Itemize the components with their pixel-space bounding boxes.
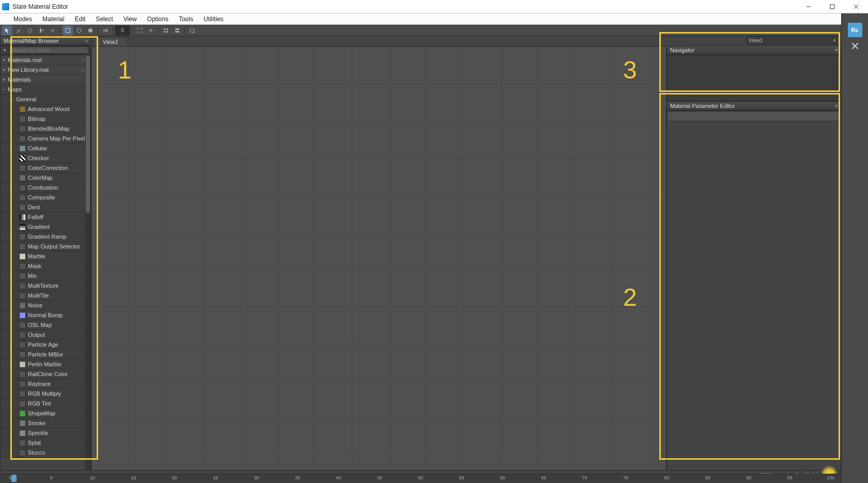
menu-options[interactable]: Options	[142, 13, 174, 24]
timeline-ruler[interactable]: 0510152025303540455055606570758085909510…	[0, 474, 841, 483]
panel-menu-icon[interactable]: ▼	[834, 48, 839, 53]
tree-row[interactable]: Advanced Wood	[1, 104, 90, 114]
pick-tool-icon[interactable]	[13, 25, 24, 36]
panel-close-icon[interactable]: ×	[83, 38, 90, 44]
tree-row[interactable]: Noise	[1, 301, 90, 310]
ruler-tick: 35	[295, 475, 300, 480]
menu-select[interactable]: Select	[90, 13, 118, 24]
browser-header[interactable]: Material/Map Browser ×	[0, 36, 91, 45]
menu-modes[interactable]: Modes	[8, 13, 37, 24]
delete-tool-icon[interactable]	[48, 25, 58, 36]
minimize-button[interactable]	[797, 0, 820, 13]
grid-a-icon[interactable]	[161, 25, 171, 36]
ruler-tick: 60	[500, 475, 505, 480]
navigator-header[interactable]: Navigator ▼	[667, 45, 841, 55]
tree-row[interactable]: Falloff	[1, 212, 90, 222]
tree-row[interactable]: RailClone Color	[1, 369, 90, 379]
map-swatch-icon	[19, 292, 26, 299]
tree-row[interactable]: Gradient	[1, 222, 90, 232]
map-swatch-icon	[19, 214, 26, 221]
tree-row[interactable]: +Materials.matLIB	[1, 55, 90, 65]
menu-view[interactable]: View	[118, 13, 142, 24]
tree-row[interactable]: +New Library.matLIB	[1, 65, 90, 75]
tree-row[interactable]: Splat	[1, 438, 90, 448]
map-swatch-icon	[19, 253, 26, 260]
view-tab-strip: View1	[91, 36, 667, 46]
tree-row[interactable]: +Materials	[1, 75, 90, 85]
layout-all-icon[interactable]	[100, 25, 111, 36]
tree-row[interactable]: Normal Bump	[1, 310, 90, 320]
move-children-icon[interactable]	[63, 25, 73, 36]
tree-row[interactable]: Gradient Ramp	[1, 232, 90, 242]
view-tab[interactable]: View1	[93, 37, 128, 46]
panel-menu-icon[interactable]: ▼	[834, 104, 839, 108]
show-preview-icon[interactable]	[85, 25, 96, 36]
scrollbar-thumb[interactable]	[86, 55, 90, 213]
tree-row[interactable]: Marble	[1, 252, 90, 261]
scrollbar[interactable]	[85, 55, 90, 470]
tree-row[interactable]: ShapeMap	[1, 409, 90, 418]
tree-row[interactable]: RGB Tint	[1, 399, 90, 409]
menu-tools[interactable]: Tools	[174, 13, 198, 24]
rc-badge-icon[interactable]: Rc	[848, 23, 862, 37]
assign-tool-icon[interactable]	[25, 25, 35, 36]
tree-row[interactable]: MultiTile	[1, 291, 90, 301]
zoom-extents-icon[interactable]	[134, 25, 145, 36]
tree-row[interactable]: Composite	[1, 193, 90, 202]
parameter-editor-body[interactable]	[667, 111, 841, 471]
ruler-tick: 45	[377, 475, 382, 480]
tree-row[interactable]: Mix	[1, 271, 90, 281]
tree-row[interactable]: Particle Age	[1, 340, 90, 350]
tree-row[interactable]: ColorMap	[1, 173, 90, 183]
tree-row[interactable]: Mask	[1, 261, 90, 271]
tree-row[interactable]: RGB Multiply	[1, 389, 90, 399]
map-swatch-icon	[19, 430, 26, 437]
tree-row[interactable]: Raytrace	[1, 379, 90, 389]
time-marker[interactable]	[11, 475, 17, 482]
menu-utilities[interactable]: Utilities	[198, 13, 229, 24]
tree-row[interactable]: Dent	[1, 202, 90, 212]
tree-row[interactable]: Output	[1, 330, 90, 340]
tree-row[interactable]: Perlin Marble	[1, 360, 90, 369]
tree-row[interactable]: Speckle	[1, 428, 90, 438]
close-button[interactable]	[844, 0, 868, 13]
apply-tool-icon[interactable]	[36, 25, 47, 36]
pointer-tool-icon[interactable]	[2, 25, 12, 36]
sample-count[interactable]: 0	[115, 26, 130, 35]
tree-row[interactable]: Particle MBlur	[1, 350, 90, 360]
tree-row[interactable]: Camera Map Per Pixel	[1, 134, 90, 144]
tree-row[interactable]: MultiTexture	[1, 281, 90, 291]
tree-row[interactable]: −General	[1, 95, 90, 104]
tree-row[interactable]: Checker	[1, 153, 90, 163]
tree-row[interactable]: Stucco	[1, 448, 90, 458]
pan-icon[interactable]	[146, 25, 156, 36]
tree-row[interactable]: Cellular	[1, 144, 90, 153]
view-dropdown[interactable]: View1 ▼	[746, 36, 839, 44]
parent-close-icon[interactable]	[849, 40, 861, 52]
map-swatch-icon	[19, 391, 26, 397]
tree-row[interactable]: ColorCorrection	[1, 163, 90, 173]
render-icon[interactable]	[187, 25, 197, 36]
menu-material[interactable]: Material	[37, 13, 70, 24]
search-input[interactable]	[9, 46, 88, 54]
tree-row[interactable]: Map Output Selector	[1, 242, 90, 252]
ruler-tick: 20	[172, 475, 177, 480]
tree-row[interactable]: BlendedBoxMap	[1, 124, 90, 134]
parameter-editor-header[interactable]: Material Parameter Editor ▼	[667, 101, 841, 111]
tree-row[interactable]: Smoke	[1, 418, 90, 428]
hide-unused-icon[interactable]	[74, 25, 84, 36]
grid-b-icon[interactable]	[172, 25, 182, 36]
tree-row[interactable]: −Maps	[1, 85, 90, 95]
navigator-body[interactable]	[667, 55, 841, 101]
window-title: Slate Material Editor	[12, 3, 797, 10]
menu-edit[interactable]: Edit	[70, 13, 91, 24]
svg-rect-15	[164, 28, 165, 30]
tree-row[interactable]: Combustion	[1, 183, 90, 193]
search-menu-icon[interactable]: ▾	[1, 48, 9, 53]
node-canvas[interactable]	[91, 46, 667, 471]
svg-rect-17	[164, 31, 165, 33]
browser-tree[interactable]: +Materials.matLIB+New Library.matLIB+Mat…	[0, 55, 91, 471]
tree-row[interactable]: OSL Map	[1, 320, 90, 330]
maximize-button[interactable]	[820, 0, 844, 13]
tree-row[interactable]: Bitmap	[1, 114, 90, 124]
